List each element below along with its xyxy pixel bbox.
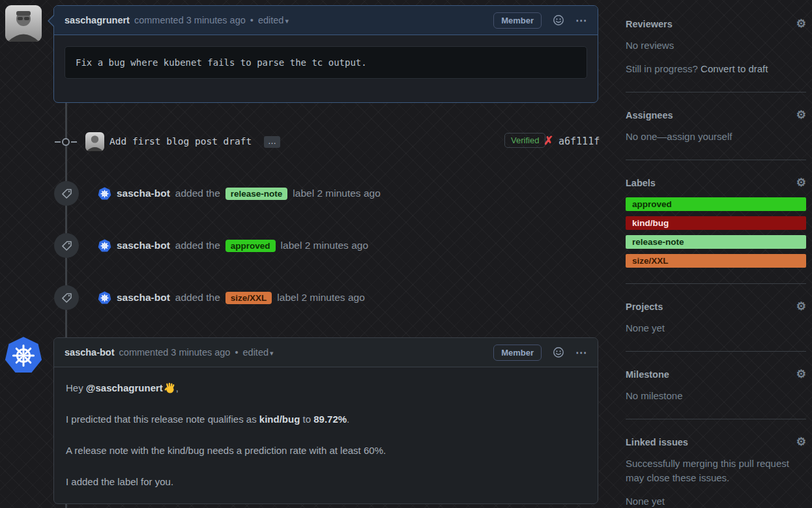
avatar-saschagrunert[interactable] bbox=[5, 5, 42, 42]
gear-icon[interactable]: ⚙ bbox=[796, 369, 806, 380]
tag-icon bbox=[54, 181, 79, 206]
sidebar-label[interactable]: approved bbox=[626, 197, 806, 211]
no-reviews-text: No reviews bbox=[626, 38, 806, 53]
pr-description-comment: saschagrunert commented 3 minutes ago • … bbox=[53, 5, 598, 103]
actor-link[interactable]: sascha-bot bbox=[117, 188, 170, 199]
commit-expand-button[interactable]: … bbox=[264, 136, 280, 148]
emoji-reaction-icon[interactable] bbox=[553, 346, 564, 358]
tag-icon bbox=[54, 285, 79, 310]
verified-badge[interactable]: Verified bbox=[504, 133, 545, 148]
member-badge: Member bbox=[493, 12, 542, 29]
kebab-menu-icon[interactable]: ⋯ bbox=[575, 14, 587, 27]
mention-link[interactable]: @saschagrunert bbox=[86, 382, 163, 393]
convert-to-draft-link[interactable]: Convert to draft bbox=[701, 63, 768, 74]
gear-icon[interactable]: ⚙ bbox=[796, 18, 806, 29]
event-timestamp[interactable]: label 2 minutes ago bbox=[293, 188, 380, 199]
event-timestamp[interactable]: label 2 minutes ago bbox=[277, 292, 364, 303]
speech-arrow bbox=[43, 15, 55, 27]
comment-timestamp[interactable]: commented 3 minutes ago bbox=[134, 15, 246, 25]
sascha-bot-avatar[interactable] bbox=[98, 291, 111, 305]
author-link[interactable]: sascha-bot bbox=[65, 347, 115, 358]
projects-section: Projects⚙ None yet bbox=[626, 284, 806, 352]
draft-hint: Still in progress? Convert to draft bbox=[626, 62, 806, 76]
threshold-line: A release note with the kind/bug needs a… bbox=[66, 444, 586, 457]
milestone-section: Milestone⚙ No milestone bbox=[626, 352, 806, 419]
wave-emoji-icon bbox=[164, 382, 176, 394]
comment-timestamp[interactable]: commented 3 minutes ago bbox=[119, 347, 231, 358]
chevron-down-icon: ▾ bbox=[270, 349, 274, 357]
event-text: added the bbox=[175, 240, 220, 251]
prediction-line: I predicted that this release note quali… bbox=[66, 413, 586, 426]
comment-header: sascha-bot commented 3 minutes ago • edi… bbox=[54, 338, 598, 367]
commit-message-link[interactable]: Add first blog post draft bbox=[109, 136, 252, 147]
added-label-line: I added the label for you. bbox=[66, 475, 586, 488]
user-photo-icon bbox=[5, 5, 42, 42]
no-projects-text: None yet bbox=[626, 321, 806, 335]
sidebar-label[interactable]: release-note bbox=[626, 235, 806, 249]
assignees-title: Assignees bbox=[626, 110, 673, 120]
emoji-reaction-icon[interactable] bbox=[553, 14, 564, 26]
event-timestamp[interactable]: label 2 minutes ago bbox=[281, 240, 368, 251]
reviewers-title: Reviewers bbox=[626, 19, 673, 29]
greeting-line: Hey @saschagrunert, bbox=[66, 382, 586, 395]
event-text: added the bbox=[175, 188, 220, 199]
sidebar-label[interactable]: kind/bug bbox=[626, 216, 806, 230]
comment-header: saschagrunert commented 3 minutes ago • … bbox=[54, 6, 598, 35]
label-event-row: sascha-bot added the release-note label … bbox=[54, 181, 381, 206]
labels-section: Labels⚙ approved kind/bug release-note s… bbox=[626, 160, 806, 284]
assignees-section: Assignees⚙ No one—assign yourself bbox=[626, 92, 806, 160]
bullet-separator: • bbox=[235, 347, 238, 358]
bot-comment: sascha-bot commented 3 minutes ago • edi… bbox=[53, 337, 598, 504]
projects-title: Projects bbox=[626, 302, 663, 312]
status-failed-icon[interactable]: ✗ bbox=[544, 134, 553, 148]
linked-issues-section: Linked issues⚙ Successfully merging this… bbox=[626, 419, 806, 508]
release-note-code-block: Fix a bug where kubenet fails to parse t… bbox=[65, 46, 587, 79]
label-event-row: sascha-bot added the approved label 2 mi… bbox=[54, 233, 368, 258]
actor-link[interactable]: sascha-bot bbox=[117, 292, 170, 303]
bullet-separator: • bbox=[250, 15, 254, 25]
speech-arrow bbox=[53, 347, 55, 359]
label-pill[interactable]: approved bbox=[225, 240, 276, 252]
sidebar-label[interactable]: size/XXL bbox=[626, 254, 806, 268]
commit-author-avatar[interactable] bbox=[85, 132, 104, 151]
label-event-row: sascha-bot added the size/XXL label 2 mi… bbox=[54, 285, 365, 310]
label-pill[interactable]: release-note bbox=[225, 188, 288, 200]
pr-sidebar: Reviewers⚙ No reviews Still in progress?… bbox=[626, 0, 806, 508]
author-link[interactable]: saschagrunert bbox=[65, 15, 130, 25]
sascha-bot-avatar[interactable] bbox=[98, 239, 111, 253]
gear-icon[interactable]: ⚙ bbox=[796, 301, 806, 312]
commit-icon bbox=[55, 136, 77, 148]
labels-title: Labels bbox=[626, 178, 656, 188]
gear-icon[interactable]: ⚙ bbox=[796, 177, 806, 188]
comment-body: Hey @saschagrunert, I predicted that thi… bbox=[54, 367, 598, 488]
milestone-title: Milestone bbox=[626, 369, 669, 380]
no-milestone-text: No milestone bbox=[626, 389, 806, 403]
no-linked-issues-text: None yet bbox=[626, 494, 806, 508]
edited-dropdown[interactable]: edited▾ bbox=[258, 15, 289, 25]
actor-link[interactable]: sascha-bot bbox=[117, 240, 170, 251]
event-text: added the bbox=[175, 292, 220, 303]
edited-dropdown[interactable]: edited▾ bbox=[243, 347, 274, 358]
member-badge: Member bbox=[493, 345, 542, 361]
tag-icon bbox=[54, 233, 79, 258]
commit-hash-link[interactable]: a6f111f bbox=[558, 135, 600, 147]
linked-issues-desc: Successfully merging this pull request m… bbox=[626, 457, 806, 485]
label-pill[interactable]: size/XXL bbox=[225, 292, 272, 304]
gear-icon[interactable]: ⚙ bbox=[796, 436, 806, 447]
avatar-sascha-bot[interactable] bbox=[4, 336, 40, 373]
gear-icon[interactable]: ⚙ bbox=[796, 109, 806, 120]
sascha-bot-avatar[interactable] bbox=[98, 187, 111, 201]
no-assignees-text[interactable]: No one—assign yourself bbox=[626, 130, 806, 144]
kebab-menu-icon[interactable]: ⋯ bbox=[575, 346, 587, 360]
linked-issues-title: Linked issues bbox=[626, 437, 688, 447]
reviewers-section: Reviewers⚙ No reviews Still in progress?… bbox=[626, 0, 806, 92]
chevron-down-icon: ▾ bbox=[285, 17, 289, 25]
